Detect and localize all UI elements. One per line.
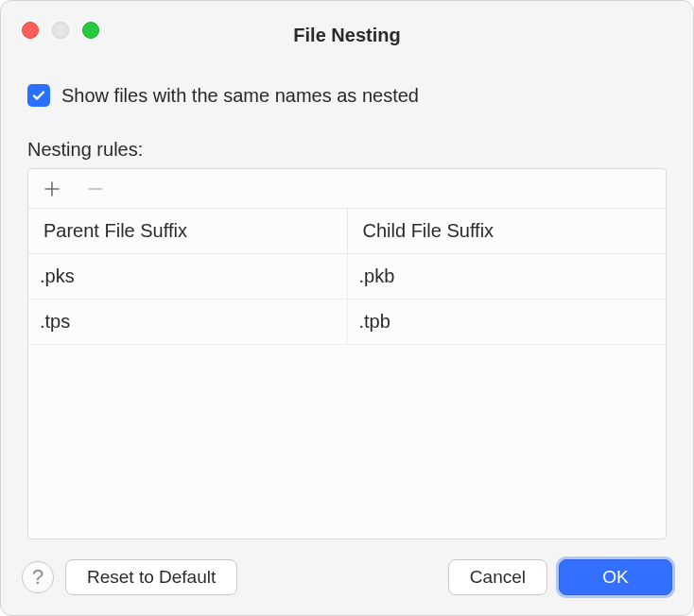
show-nested-checkbox-row[interactable]: Show files with the same names as nested [27,84,667,107]
check-icon [31,88,46,103]
show-nested-checkbox[interactable] [27,84,50,107]
maximize-icon[interactable] [82,22,99,39]
plus-icon [43,180,61,197]
rules-label: Nesting rules: [27,139,667,161]
table-empty-area [28,345,666,539]
col-child-suffix[interactable]: Child File Suffix [347,209,666,254]
ok-button[interactable]: OK [559,559,672,595]
cell-parent[interactable]: .tps [28,299,347,345]
show-nested-label: Show files with the same names as nested [61,85,419,107]
remove-rule-button[interactable] [85,179,106,199]
traffic-lights [22,22,99,39]
table-row[interactable]: .pks .pkb [28,254,666,299]
cell-parent[interactable]: .pks [28,254,347,299]
table-row[interactable]: .tps .tpb [28,299,666,345]
reset-to-default-button[interactable]: Reset to Default [65,559,237,595]
cell-child[interactable]: .tpb [347,299,666,345]
cell-child[interactable]: .pkb [347,254,666,299]
window-title: File Nesting [1,25,693,46]
rules-toolbar [28,169,666,209]
content-area: Show files with the same names as nested… [1,50,693,539]
dialog-window: File Nesting Show files with the same na… [0,0,694,616]
footer: ? Reset to Default Cancel OK [1,539,693,615]
minus-icon [87,180,104,197]
table-header-row: Parent File Suffix Child File Suffix [28,209,666,254]
rules-panel: Parent File Suffix Child File Suffix .pk… [27,168,667,539]
close-icon[interactable] [22,22,39,39]
add-rule-button[interactable] [42,179,62,199]
col-parent-suffix[interactable]: Parent File Suffix [28,209,347,254]
rules-table: Parent File Suffix Child File Suffix .pk… [28,209,666,345]
help-button[interactable]: ? [22,561,54,593]
minimize-icon[interactable] [52,22,69,39]
titlebar: File Nesting [1,1,693,50]
cancel-button[interactable]: Cancel [448,559,547,595]
